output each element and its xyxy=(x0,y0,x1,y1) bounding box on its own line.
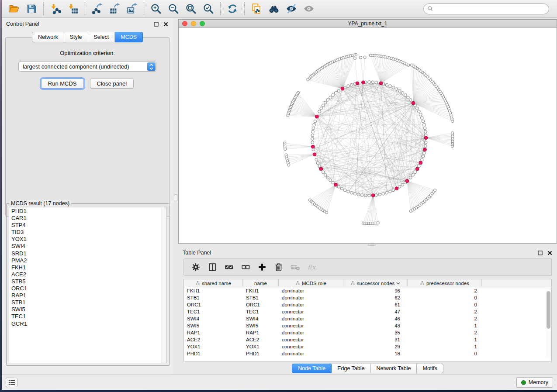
cell[interactable]: FKH1 xyxy=(243,287,279,294)
network-graph[interactable] xyxy=(179,28,557,243)
tab-motifs[interactable]: Motifs xyxy=(417,364,443,373)
cell[interactable]: 62 xyxy=(343,294,408,301)
cell[interactable]: SWI4 xyxy=(184,315,243,322)
column-visibility-button[interactable] xyxy=(205,260,220,274)
float-panel-icon[interactable] xyxy=(537,250,543,256)
horizontal-splitter[interactable] xyxy=(178,244,557,247)
mcds-result-item[interactable]: RAP1 xyxy=(11,292,166,299)
mcds-result-list[interactable]: PHD1CAR1STP4TID3YOX1SWI4SRD1PMA2FKH1ACE2… xyxy=(9,207,167,363)
cell[interactable]: dominator xyxy=(279,329,343,336)
table-row-RAP1[interactable]: RAP1RAP1dominator352 xyxy=(184,329,551,336)
search-input[interactable] xyxy=(436,5,545,12)
table-row-ACE2[interactable]: ACE2ACE2connector311 xyxy=(184,336,551,343)
table-scrollbar-thumb[interactable] xyxy=(547,291,550,329)
zoom-out-button[interactable] xyxy=(165,1,182,16)
mcds-result-item[interactable]: STP4 xyxy=(11,222,166,229)
cell[interactable]: 35 xyxy=(343,329,408,336)
network-canvas[interactable] xyxy=(179,28,557,243)
delete-column-button[interactable] xyxy=(271,260,286,274)
cell[interactable]: SWI4 xyxy=(243,315,279,322)
mcds-result-item[interactable]: CAR1 xyxy=(11,215,166,222)
cell[interactable]: TEC1 xyxy=(243,308,279,315)
network-window-titlebar[interactable]: YPA_prune.txt_1 xyxy=(179,20,557,28)
tab-network-table[interactable]: Network Table xyxy=(371,364,417,373)
mcds-result-item[interactable]: SRD1 xyxy=(11,250,166,257)
open-file-button[interactable] xyxy=(5,1,23,16)
cell[interactable]: STB1 xyxy=(184,294,243,301)
tab-style[interactable]: Style xyxy=(64,32,88,42)
optimization-criterion-select[interactable]: largest connected component (undirected) xyxy=(18,62,156,72)
cell[interactable]: 43 xyxy=(343,322,408,329)
save-session-button[interactable] xyxy=(23,1,40,16)
clone-network-button[interactable] xyxy=(248,1,265,16)
cell[interactable]: STB1 xyxy=(243,294,279,301)
cell[interactable]: YOX1 xyxy=(184,343,243,350)
cell[interactable]: 2 xyxy=(408,315,482,322)
export-image-button[interactable] xyxy=(123,1,141,16)
zoom-in-button[interactable] xyxy=(147,1,165,16)
cell[interactable]: dominator xyxy=(279,315,343,322)
mcds-result-item[interactable]: ORC1 xyxy=(11,285,166,292)
close-panel-icon[interactable] xyxy=(163,21,169,27)
mcds-result-item[interactable]: STB1 xyxy=(11,299,166,306)
show-log-button[interactable] xyxy=(6,378,17,387)
add-column-button[interactable] xyxy=(255,260,270,274)
cell[interactable]: 47 xyxy=(343,308,408,315)
cell[interactable]: SWI5 xyxy=(243,322,279,329)
mcds-result-item[interactable]: GCR1 xyxy=(11,320,166,327)
tab-node-table[interactable]: Node Table xyxy=(292,364,332,373)
export-table-button[interactable] xyxy=(106,1,123,16)
table-row-SWI4[interactable]: SWI4SWI4dominator462 xyxy=(184,315,551,322)
hide-selected-button[interactable] xyxy=(283,1,300,16)
cell[interactable]: 61 xyxy=(343,301,408,308)
cell[interactable]: 0 xyxy=(408,294,482,301)
cell[interactable]: dominator xyxy=(279,301,343,308)
float-panel-icon[interactable] xyxy=(153,21,159,27)
splitter-grip[interactable] xyxy=(174,194,177,201)
column-header-MCDS-role[interactable]: MCDS role xyxy=(279,279,343,287)
mcds-result-item[interactable]: TEC1 xyxy=(11,313,166,320)
cell[interactable]: 29 xyxy=(343,343,408,350)
table-row-PHD1[interactable]: PHD1PHD1dominator180 xyxy=(184,350,551,357)
cell[interactable]: 2 xyxy=(408,329,482,336)
cell[interactable]: 0 xyxy=(408,301,482,308)
export-network-button[interactable] xyxy=(88,1,106,16)
table-settings-button[interactable] xyxy=(188,260,203,274)
table-row-ORC1[interactable]: ORC1ORC1dominator610 xyxy=(184,301,551,308)
cell[interactable]: 2 xyxy=(408,287,482,294)
cell[interactable]: 18 xyxy=(343,350,408,357)
table-row-SWI5[interactable]: SWI5SWI5connector431 xyxy=(184,322,551,329)
refresh-button[interactable] xyxy=(224,1,241,16)
mcds-result-item[interactable]: PHD1 xyxy=(11,208,166,215)
cell[interactable]: 2 xyxy=(408,308,482,315)
cell[interactable]: connector xyxy=(279,343,343,350)
column-header-shared-name[interactable]: shared name xyxy=(184,279,243,287)
mcds-result-item[interactable]: PMA2 xyxy=(11,257,166,264)
show-all-button[interactable] xyxy=(300,1,318,16)
zoom-window-icon[interactable] xyxy=(200,21,205,26)
cell[interactable]: SWI5 xyxy=(184,322,243,329)
cell[interactable]: 1 xyxy=(408,322,482,329)
cell[interactable]: connector xyxy=(279,308,343,315)
column-header-name[interactable]: name xyxy=(243,279,279,287)
table-scrollbar[interactable] xyxy=(546,288,551,358)
cell[interactable]: 31 xyxy=(343,336,408,343)
cell[interactable]: 1 xyxy=(408,343,482,350)
mcds-result-item[interactable]: TID3 xyxy=(11,229,166,236)
cell[interactable]: PHD1 xyxy=(184,350,243,357)
close-panel-icon[interactable] xyxy=(547,250,553,256)
cell[interactable]: TEC1 xyxy=(184,308,243,315)
mcds-result-item[interactable]: YOX1 xyxy=(11,236,166,243)
mcds-result-scrollbar[interactable] xyxy=(161,207,166,363)
memory-button[interactable]: Memory xyxy=(516,377,553,388)
cell[interactable]: ACE2 xyxy=(184,336,243,343)
first-neighbors-button[interactable] xyxy=(265,1,283,16)
run-mcds-button[interactable]: Run MCDS xyxy=(41,79,84,89)
cell[interactable]: 96 xyxy=(343,287,408,294)
mcds-result-item[interactable]: ACE2 xyxy=(11,271,166,278)
cell[interactable]: ACE2 xyxy=(243,336,279,343)
cell[interactable]: FKH1 xyxy=(184,287,243,294)
mcds-result-item[interactable]: FKH1 xyxy=(11,264,166,271)
minimize-window-icon[interactable] xyxy=(191,21,196,26)
import-network-button[interactable] xyxy=(47,1,64,16)
